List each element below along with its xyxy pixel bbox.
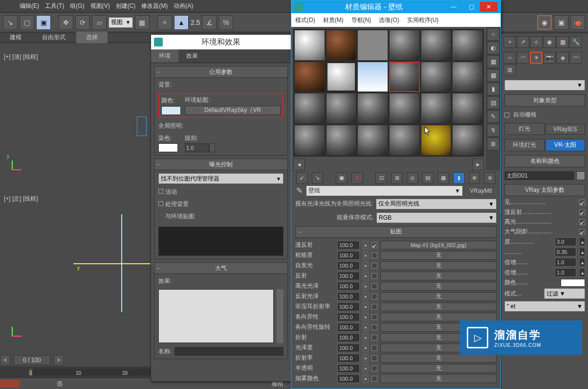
map-enable-check[interactable] xyxy=(371,304,377,310)
mat-menu-options[interactable]: 选项(O) xyxy=(379,16,399,24)
cameras-icon[interactable]: 📷 xyxy=(543,52,556,64)
go-forward-icon[interactable]: ⊕ xyxy=(469,172,480,184)
cmd-spinner-arrows[interactable]: ▴ xyxy=(579,248,585,256)
assign-material-icon[interactable]: ▣ xyxy=(336,172,348,184)
env-atmo-rollout[interactable]: -大气 xyxy=(154,262,288,274)
display-tab-icon[interactable]: ▦ xyxy=(556,36,569,48)
map-target-button[interactable]: 无 xyxy=(380,272,497,280)
map-spinner-arrows[interactable]: ▴ xyxy=(363,302,369,311)
env-tint-swatch[interactable] xyxy=(158,143,178,152)
env-tab-effects[interactable]: 效果 xyxy=(178,49,206,63)
spacewarps-icon[interactable]: 〰 xyxy=(569,52,582,64)
percent-icon[interactable]: % xyxy=(218,15,233,30)
map-enable-check[interactable] xyxy=(371,314,377,320)
get-material-icon[interactable]: ↙ xyxy=(296,172,308,184)
make-unique-icon[interactable]: ⊡ xyxy=(375,172,387,184)
sample-slot[interactable] xyxy=(326,93,357,124)
material-editor-icon[interactable]: ◉ xyxy=(537,15,552,30)
mat-type-button[interactable]: VRayMtl xyxy=(466,187,496,194)
map-row-spinner[interactable]: 100.0 xyxy=(337,261,360,270)
sample-slot[interactable] xyxy=(294,30,325,61)
mat-id-icon[interactable]: ◎ xyxy=(407,172,418,184)
env-map-button[interactable]: DefaultVRaySky（VR xyxy=(185,106,281,115)
sample-slot[interactable] xyxy=(357,125,388,156)
slot-count-icon[interactable]: ⊞ xyxy=(487,137,500,150)
map-target-button[interactable]: 无 xyxy=(380,261,497,270)
go-parent-icon[interactable]: ▮ xyxy=(453,172,465,184)
name-color-title[interactable]: 名称和颜色 xyxy=(504,155,585,167)
sample-slot[interactable] xyxy=(294,62,325,92)
sample-scroll-right-icon[interactable]: ► xyxy=(472,159,484,170)
sample-slot[interactable] xyxy=(421,125,452,156)
map-row-spinner[interactable]: 100.0 xyxy=(337,313,360,321)
map-spinner-arrows[interactable]: ▴ xyxy=(363,241,369,250)
close-button[interactable]: ✕ xyxy=(480,2,498,12)
map-row-spinner[interactable]: 100.0 xyxy=(337,241,360,250)
select-by-mat-icon[interactable]: ↯ xyxy=(487,124,500,137)
sample-slot[interactable] xyxy=(389,125,420,156)
map-target-button[interactable]: 无 xyxy=(380,302,497,311)
type-vrayies[interactable]: VRayIES xyxy=(545,124,586,135)
cmd-spinner-arrows[interactable]: ▴ xyxy=(579,268,585,277)
gi-ray-dropdown[interactable]: 仅全局照明光线▼ xyxy=(376,199,497,209)
tab-select[interactable]: 选择 xyxy=(76,32,108,43)
autogrid-check[interactable] xyxy=(504,113,509,117)
select-window-icon[interactable]: ▣ xyxy=(36,15,51,30)
sample-slot[interactable] xyxy=(389,93,420,124)
env-atmo-scroll[interactable] xyxy=(277,289,283,343)
select-region-icon[interactable]: ▢ xyxy=(20,15,34,30)
backlight-icon[interactable]: ◐ xyxy=(487,42,500,54)
map-spinner-arrows[interactable]: ▴ xyxy=(363,374,369,383)
sample-slot[interactable] xyxy=(389,30,420,61)
go-sibling-icon[interactable]: ⊗ xyxy=(484,172,496,184)
map-spinner-arrows[interactable]: ▴ xyxy=(363,261,369,270)
mat-menu-nav[interactable]: 导航(N) xyxy=(351,16,371,24)
cmd-spinner-arrows[interactable]: ▴ xyxy=(579,258,585,267)
sample-slot[interactable] xyxy=(421,93,452,124)
env-bg-color-swatch[interactable] xyxy=(161,106,181,115)
snap-toggle-icon[interactable]: ✧ xyxy=(157,15,172,30)
env-level-spinner-arrows[interactable] xyxy=(209,143,215,152)
map-row-spinner[interactable]: 100.0 xyxy=(337,354,360,363)
create-subclass-dropdown[interactable]: ▼ xyxy=(504,80,585,91)
sample-slot[interactable] xyxy=(452,30,483,61)
viewport-top-label[interactable]: [+] [顶] [线框] xyxy=(4,53,38,61)
type-light[interactable]: 灯光 xyxy=(504,123,544,135)
sky-model-dropdown[interactable]: " et ▼ xyxy=(504,301,585,312)
map-spinner-arrows[interactable]: ▴ xyxy=(363,343,369,352)
shapes-icon[interactable]: ◠ xyxy=(517,52,529,64)
minimize-button[interactable]: — xyxy=(445,2,462,12)
sample-slot[interactable] xyxy=(421,62,452,92)
map-spinner-arrows[interactable]: ▴ xyxy=(363,282,369,291)
map-row-spinner[interactable]: 100.0 xyxy=(337,272,360,280)
map-target-button[interactable]: 无 xyxy=(380,374,497,383)
maximize-button[interactable]: ▢ xyxy=(462,2,480,12)
time-position[interactable]: 0 / 100 xyxy=(14,355,50,365)
sample-slot[interactable] xyxy=(452,125,483,156)
menu-view[interactable]: 视图(V) xyxy=(90,2,110,10)
show-end-result-icon[interactable]: ▦ xyxy=(437,172,449,184)
environment-dialog[interactable]: 环境和效果 环境 效果 -公用参数 背景: 颜色: 环境贴图: DefaultV… xyxy=(151,34,291,382)
sample-slot-selected[interactable] xyxy=(389,62,420,92)
sample-slot[interactable] xyxy=(357,62,388,92)
sample-slot[interactable] xyxy=(421,30,452,61)
map-spinner-arrows[interactable]: ▴ xyxy=(363,272,369,280)
sample-slot[interactable] xyxy=(357,30,388,61)
env-exposure-dropdown[interactable]: 找不到位图代理管理器▼ xyxy=(158,173,283,184)
map-row-spinner[interactable]: 100.0 xyxy=(337,374,360,383)
map-row-spinner[interactable]: 100.0 xyxy=(337,323,360,332)
map-row-spinner[interactable]: 100.0 xyxy=(337,251,360,260)
mat-menu-material[interactable]: 材质(M) xyxy=(323,16,344,24)
map-row-spinner[interactable]: 100.0 xyxy=(337,343,360,352)
create-tab-icon[interactable]: + xyxy=(503,36,516,48)
type-envlight[interactable]: 环境灯光 xyxy=(504,139,544,151)
sample-slot[interactable] xyxy=(452,62,483,92)
env-exp-envmap[interactable]: 与环境贴图 xyxy=(158,212,283,221)
menu-edit[interactable]: 编辑(E) xyxy=(20,2,39,10)
cmd-spinner[interactable]: 3.0 xyxy=(555,237,576,246)
hierarchy-tab-icon[interactable]: ⊹ xyxy=(530,36,543,48)
tab-freeform[interactable]: 自由形式 xyxy=(32,32,75,43)
modify-tab-icon[interactable]: ↗ xyxy=(517,36,529,48)
map-target-button[interactable]: Map #1 (bg19_002.jpg) xyxy=(380,241,497,250)
map-spinner-arrows[interactable]: ▴ xyxy=(363,292,369,301)
